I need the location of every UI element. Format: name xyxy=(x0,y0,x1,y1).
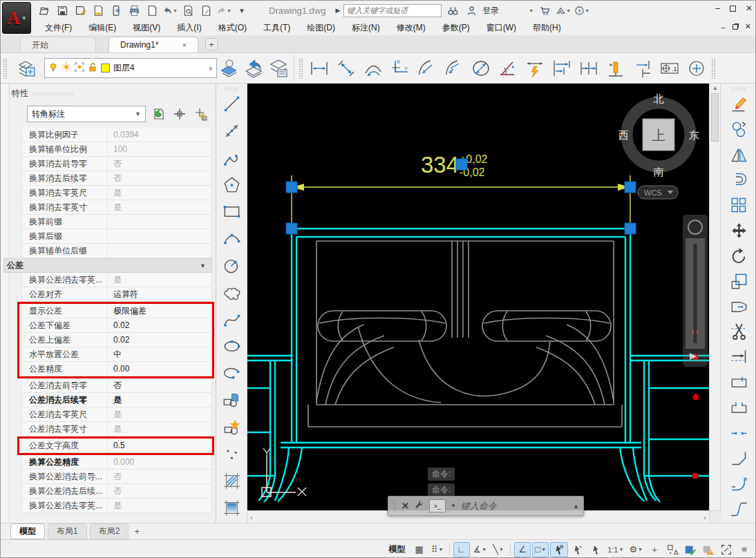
tab-drawing1[interactable]: Drawing1*× xyxy=(108,37,198,52)
baseline-dimension-button[interactable] xyxy=(548,55,575,81)
model-space-button[interactable]: 模型 xyxy=(385,543,410,555)
polar-tracking-button[interactable]: ∡▼ xyxy=(471,542,489,557)
graphics-performance-button[interactable] xyxy=(682,542,699,557)
diameter-dimension-button[interactable] xyxy=(467,55,494,81)
bed-detail-geometry[interactable] xyxy=(308,241,622,427)
undo-button[interactable]: ▼ xyxy=(162,3,178,17)
property-value[interactable]: 中 xyxy=(108,349,211,360)
radius-dimension-button[interactable] xyxy=(413,55,440,81)
new-layout-button[interactable]: + xyxy=(134,526,140,537)
wcs-label[interactable]: WCS xyxy=(644,189,662,197)
rectangle-button[interactable] xyxy=(220,200,243,224)
chevron-down-icon[interactable]: ▼ xyxy=(529,8,533,13)
search-expand-icon[interactable]: ▶ xyxy=(335,7,340,14)
autodesk-logo-icon[interactable]: ▼ xyxy=(556,3,571,17)
property-value[interactable]: 是 xyxy=(108,409,211,421)
help-button[interactable]: ?▼ xyxy=(574,3,589,17)
plot-button[interactable] xyxy=(126,3,142,17)
osnap-tracking-button[interactable]: ∠ xyxy=(514,542,531,557)
menu-item[interactable]: 工具(T) xyxy=(255,21,299,35)
grip-dimline-left[interactable] xyxy=(286,182,297,193)
viewcube-south-label[interactable]: 南 xyxy=(654,166,664,177)
menu-item[interactable]: 帮助(H) xyxy=(525,21,569,35)
menu-item[interactable]: 修改(M) xyxy=(388,21,434,35)
layer-on-bulb-icon[interactable] xyxy=(48,62,58,74)
break-button[interactable] xyxy=(727,396,750,420)
search-binoculars-icon[interactable] xyxy=(445,3,460,17)
annotation-monitor-button[interactable]: ＋ xyxy=(646,542,663,557)
palette-grab-rail[interactable] xyxy=(1,84,10,523)
sketch-sheet-button[interactable] xyxy=(198,3,214,17)
toolbar-grip[interactable] xyxy=(711,58,716,79)
layer-previous-button[interactable] xyxy=(242,56,267,81)
object-type-dropdown[interactable]: 转角标注▼ xyxy=(27,106,146,122)
section-header-tolerance[interactable]: 公差▼ xyxy=(3,258,212,273)
isolate-objects-button[interactable] xyxy=(664,542,681,557)
viewcube[interactable]: 上 北 南 西 东 xyxy=(618,93,699,177)
menu-item[interactable]: 格式(O) xyxy=(210,21,255,35)
dynamic-input-button[interactable] xyxy=(550,542,568,557)
toolbar-grip[interactable] xyxy=(224,87,239,91)
erase-button[interactable] xyxy=(727,93,750,116)
send-to-mobile-button[interactable] xyxy=(108,3,124,17)
property-value[interactable]: 极限偏差 xyxy=(108,305,211,317)
close-icon[interactable]: ✕ xyxy=(401,501,409,511)
fillet-button[interactable] xyxy=(727,472,750,496)
new-sheet-button[interactable] xyxy=(144,3,160,17)
circle-button[interactable] xyxy=(220,254,243,278)
extend-button[interactable] xyxy=(727,346,750,369)
workspace-settings-button[interactable]: ⚙▼ xyxy=(627,542,645,557)
isometric-drafting-button[interactable]: ╲▼ xyxy=(490,542,507,557)
property-value[interactable]: 是 xyxy=(108,423,211,435)
layer-freeze-sun-icon[interactable] xyxy=(62,62,71,74)
property-value[interactable]: 否 xyxy=(108,173,211,184)
property-value[interactable]: 是 xyxy=(108,187,211,199)
scroll-right-icon[interactable]: › xyxy=(703,513,706,521)
menu-item[interactable]: 标注(N) xyxy=(343,21,388,35)
open-button[interactable] xyxy=(37,3,52,17)
ordinate-dimension-button[interactable]: XY xyxy=(386,55,413,81)
search-input[interactable] xyxy=(343,4,442,17)
copy-button[interactable] xyxy=(727,118,750,142)
user-icon[interactable] xyxy=(464,3,479,17)
object-snap-button[interactable]: □▼ xyxy=(532,542,549,557)
grip-extension-left[interactable] xyxy=(286,223,297,234)
clean-screen-button[interactable] xyxy=(718,542,735,557)
menu-item[interactable]: 视图(V) xyxy=(124,21,169,35)
dimension-value-text[interactable]: 334 xyxy=(421,152,459,177)
jogged-dimension-button[interactable] xyxy=(440,55,467,81)
tab-layout2[interactable]: 布局2 xyxy=(90,523,129,539)
pickadd-toggle-button[interactable] xyxy=(151,106,167,122)
move-button[interactable] xyxy=(727,219,750,242)
command-line-grip[interactable] xyxy=(393,500,397,512)
point-button[interactable] xyxy=(220,442,243,465)
scroll-thumb[interactable] xyxy=(711,93,719,142)
chevron-down-icon[interactable]: ∨ xyxy=(208,65,213,72)
command-line[interactable]: ✕ >_ ▼ 键入命令 ▲ xyxy=(388,496,584,516)
minimize-button[interactable]: – xyxy=(715,3,720,13)
make-block-button[interactable] xyxy=(220,415,243,439)
close-tab-icon[interactable]: × xyxy=(182,41,187,49)
line-button[interactable] xyxy=(220,93,243,116)
qat-overflow-button[interactable]: ▼ xyxy=(234,3,249,17)
property-value[interactable]: 0.5 xyxy=(108,441,211,450)
property-value[interactable]: 是 xyxy=(108,274,211,286)
doc-minimize-button[interactable]: – xyxy=(721,23,726,31)
make-object-layer-current-button[interactable] xyxy=(217,56,242,81)
property-value[interactable]: 0.02 xyxy=(108,320,211,330)
scroll-left-icon[interactable]: ‹ xyxy=(250,513,253,521)
break-at-point-button[interactable] xyxy=(727,371,750,394)
arc-button[interactable] xyxy=(220,227,243,251)
navigation-bar[interactable] xyxy=(683,215,708,367)
tolerance-center-mark-button[interactable]: .1 xyxy=(656,55,683,81)
save-button[interactable] xyxy=(55,3,70,17)
redo-button[interactable]: ▼ xyxy=(216,3,231,17)
command-input[interactable]: 键入命令 xyxy=(461,500,497,512)
property-value[interactable]: 是 xyxy=(108,202,211,213)
chevron-down-icon[interactable]: ▼ xyxy=(173,8,178,13)
doc-restore-button[interactable] xyxy=(733,24,738,30)
palette-drag-handle[interactable] xyxy=(32,92,74,96)
construction-line-button[interactable] xyxy=(220,119,243,143)
grip-extension-right[interactable] xyxy=(625,223,636,234)
save-as-button[interactable] xyxy=(73,3,88,17)
